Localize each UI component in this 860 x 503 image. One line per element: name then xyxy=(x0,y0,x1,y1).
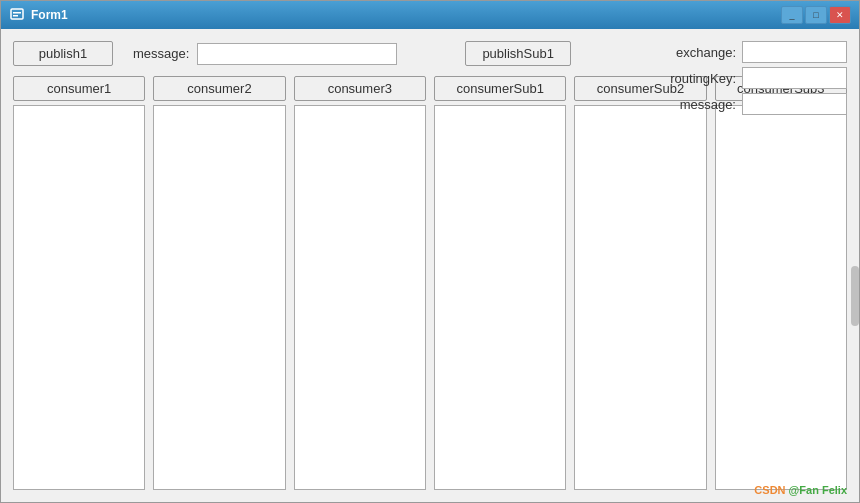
consumer1-button[interactable]: consumer1 xyxy=(13,76,145,101)
consumersub1-button[interactable]: consumerSub1 xyxy=(434,76,566,101)
restore-button[interactable]: □ xyxy=(805,6,827,24)
minimize-button[interactable]: _ xyxy=(781,6,803,24)
svg-rect-0 xyxy=(11,9,23,19)
title-bar: Form1 _ □ ✕ xyxy=(1,1,859,29)
window-icon xyxy=(9,7,25,23)
consumer2-textarea[interactable] xyxy=(153,105,285,490)
watermark-csdn: CSDN xyxy=(754,484,785,496)
exchange-label: exchange: xyxy=(661,45,736,60)
exchange-input[interactable] xyxy=(742,41,847,63)
consumer-section: consumer1 consumer2 consumer3 consumerSu… xyxy=(13,76,847,490)
message-input[interactable] xyxy=(197,43,397,65)
consumersub1-col: consumerSub1 xyxy=(434,76,566,490)
routing-key-input[interactable] xyxy=(742,67,847,89)
watermark-name: @Fan Felix xyxy=(789,484,847,496)
sub-message-row: message: xyxy=(661,93,847,115)
message-label: message: xyxy=(133,46,189,61)
window-body: publish1 message: publishSub1 exchange: … xyxy=(1,29,859,502)
publishsub1-button[interactable]: publishSub1 xyxy=(465,41,571,66)
routing-key-row: routingKey: xyxy=(661,67,847,89)
routing-key-label: routingKey: xyxy=(661,71,736,86)
main-window: Form1 _ □ ✕ publish1 message: publishSub… xyxy=(0,0,860,503)
scrollbar-indicator xyxy=(851,266,859,326)
consumer2-button[interactable]: consumer2 xyxy=(153,76,285,101)
consumersub3-textarea[interactable] xyxy=(715,105,847,490)
consumer1-textarea[interactable] xyxy=(13,105,145,490)
title-bar-controls: _ □ ✕ xyxy=(781,6,851,24)
sub-message-label: message: xyxy=(661,97,736,112)
consumer3-textarea[interactable] xyxy=(294,105,426,490)
svg-rect-1 xyxy=(13,12,21,14)
exchange-row: exchange: xyxy=(661,41,847,63)
consumersub2-textarea[interactable] xyxy=(574,105,706,490)
right-form: exchange: routingKey: message: xyxy=(661,41,847,115)
publish1-button[interactable]: publish1 xyxy=(13,41,113,66)
consumersub1-textarea[interactable] xyxy=(434,105,566,490)
svg-rect-2 xyxy=(13,15,18,17)
consumer3-button[interactable]: consumer3 xyxy=(294,76,426,101)
consumersub2-col: consumerSub2 xyxy=(574,76,706,490)
consumer3-col: consumer3 xyxy=(294,76,426,490)
close-button[interactable]: ✕ xyxy=(829,6,851,24)
consumer1-col: consumer1 xyxy=(13,76,145,490)
watermark: CSDN @Fan Felix xyxy=(754,484,847,496)
consumer2-col: consumer2 xyxy=(153,76,285,490)
sub-message-input[interactable] xyxy=(742,93,847,115)
window-title: Form1 xyxy=(31,8,781,22)
consumersub3-col: consumerSub3 xyxy=(715,76,847,490)
